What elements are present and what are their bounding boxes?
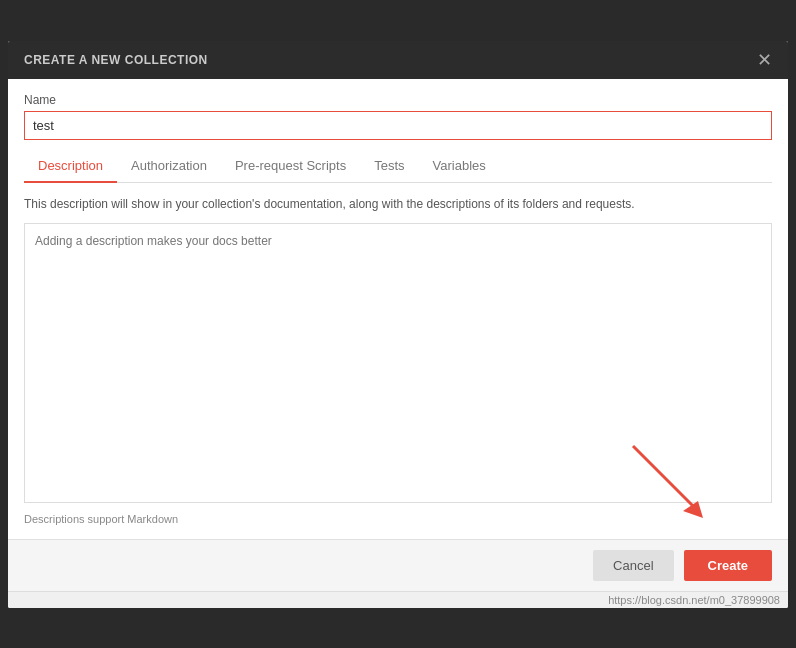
modal-title: CREATE A NEW COLLECTION (24, 53, 208, 67)
status-bar: https://blog.csdn.net/m0_37899908 (8, 591, 788, 608)
name-label: Name (24, 93, 772, 107)
tab-authorization[interactable]: Authorization (117, 150, 221, 183)
create-collection-modal: CREATE A NEW COLLECTION ✕ Name Descripti… (8, 41, 788, 608)
create-button[interactable]: Create (684, 550, 772, 581)
tab-tests[interactable]: Tests (360, 150, 418, 183)
cancel-button[interactable]: Cancel (593, 550, 673, 581)
modal-body: Name Description Authorization Pre-reque… (8, 79, 788, 539)
tabs-container: Description Authorization Pre-request Sc… (24, 150, 772, 183)
markdown-note: Descriptions support Markdown (24, 513, 772, 525)
tab-pre-request-scripts[interactable]: Pre-request Scripts (221, 150, 360, 183)
close-button[interactable]: ✕ (757, 51, 772, 69)
tab-variables[interactable]: Variables (419, 150, 500, 183)
description-textarea[interactable] (24, 223, 772, 503)
name-input[interactable] (24, 111, 772, 140)
modal-header: CREATE A NEW COLLECTION ✕ (8, 41, 788, 79)
description-tab-content: This description will show in your colle… (24, 195, 772, 525)
tab-description[interactable]: Description (24, 150, 117, 183)
modal-footer: Cancel Create (8, 539, 788, 591)
status-url: https://blog.csdn.net/m0_37899908 (608, 594, 780, 606)
name-section: Name (24, 93, 772, 140)
description-info-text: This description will show in your colle… (24, 195, 772, 213)
modal-overlay: CREATE A NEW COLLECTION ✕ Name Descripti… (0, 0, 796, 648)
